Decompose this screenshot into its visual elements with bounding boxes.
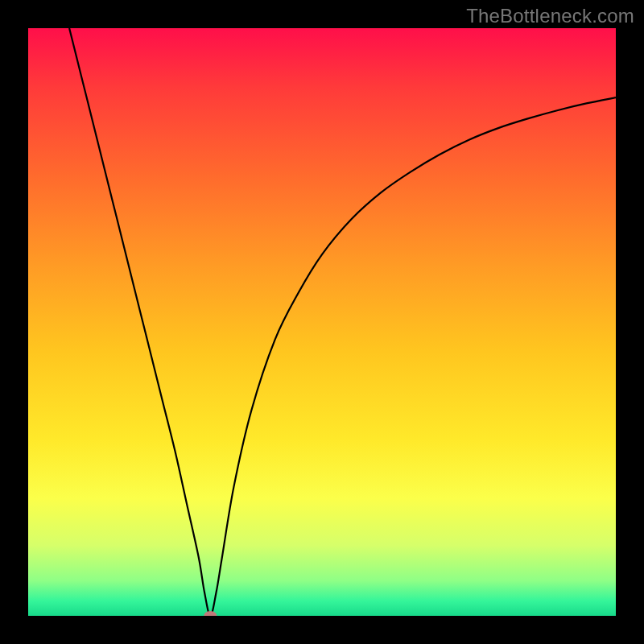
- gradient-background: [28, 28, 616, 616]
- plot-area: [28, 28, 616, 616]
- watermark-text: TheBottleneck.com: [466, 5, 634, 27]
- chart-frame: TheBottleneck.com: [0, 0, 644, 644]
- chart-svg: [28, 28, 616, 616]
